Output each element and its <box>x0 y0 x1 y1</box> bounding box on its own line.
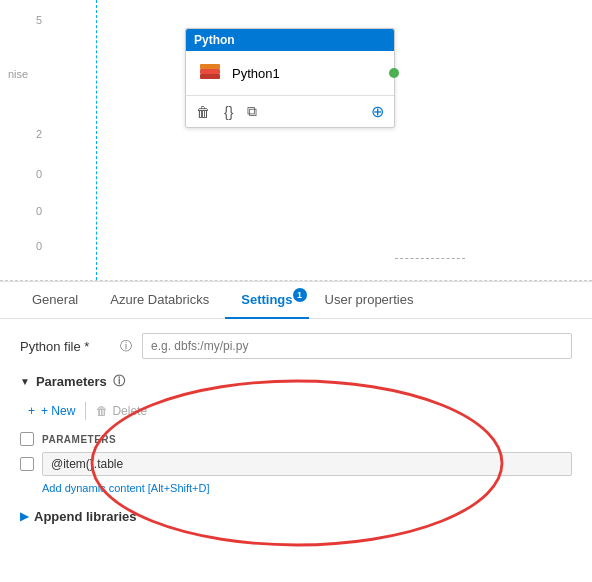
canvas-area: 5 nise 2 0 0 0 Python Python1 🗑 <box>0 0 592 280</box>
node-footer: 🗑 {} ⧉ ⊕ <box>186 95 394 127</box>
node-arrow-icon[interactable]: ⊕ <box>371 102 384 121</box>
svg-rect-2 <box>200 64 220 69</box>
append-label: Append libraries <box>34 509 137 524</box>
params-col-header: PARAMETERS <box>42 434 116 445</box>
tab-azure-databricks[interactable]: Azure Databricks <box>94 282 225 319</box>
python-node[interactable]: Python Python1 🗑 {} ⧉ ⊕ <box>185 28 395 128</box>
node-code-icon[interactable]: {} <box>224 104 233 120</box>
parameters-label: Parameters <box>36 374 107 389</box>
axis-label-5: 5 <box>36 14 42 26</box>
settings-tab-badge: 1 <box>293 288 307 302</box>
new-label: + New <box>41 404 75 418</box>
axis-label-nise: nise <box>8 68 28 80</box>
node-delete-icon[interactable]: 🗑 <box>196 104 210 120</box>
plus-icon: + <box>28 404 35 418</box>
parameters-action-bar: + + New 🗑 Delete <box>20 400 572 422</box>
params-row-checkbox[interactable] <box>20 457 34 471</box>
parameters-header: ▼ Parameters ⓘ <box>20 373 572 390</box>
vertical-dashed-line <box>96 0 97 280</box>
python-file-row: Python file * ⓘ <box>20 333 572 359</box>
tab-general[interactable]: General <box>16 282 94 319</box>
tabs-panel: General Azure Databricks Settings 1 User… <box>0 281 592 538</box>
horizontal-dashed-line <box>395 258 465 259</box>
axis-label-0a: 0 <box>36 168 42 180</box>
settings-content: Python file * ⓘ ▼ Parameters ⓘ + + New 🗑 <box>0 319 592 538</box>
params-value-input[interactable] <box>42 452 572 476</box>
append-toggle-icon[interactable]: ▶ <box>20 510 28 523</box>
svg-rect-0 <box>200 74 220 79</box>
python-file-info-icon[interactable]: ⓘ <box>120 338 132 355</box>
svg-rect-1 <box>200 69 220 74</box>
python-file-label: Python file * <box>20 339 110 354</box>
delete-icon: 🗑 <box>96 404 108 418</box>
params-row-1 <box>20 452 572 476</box>
tab-settings[interactable]: Settings 1 <box>225 282 308 319</box>
parameters-section: ▼ Parameters ⓘ + + New 🗑 Delete <box>20 373 572 495</box>
node-copy-icon[interactable]: ⧉ <box>247 103 257 120</box>
delete-label: Delete <box>112 404 147 418</box>
parameters-table: PARAMETERS Add dynamic content [Alt+Shif… <box>20 432 572 495</box>
dynamic-content-link[interactable]: Add dynamic content [Alt+Shift+D] <box>20 480 572 495</box>
parameters-toggle-icon[interactable]: ▼ <box>20 376 30 387</box>
node-output-connector[interactable] <box>389 68 399 78</box>
python-stack-icon <box>196 59 224 87</box>
tabs-row: General Azure Databricks Settings 1 User… <box>0 282 592 319</box>
axis-label-2: 2 <box>36 128 42 140</box>
params-select-all-checkbox[interactable] <box>20 432 34 446</box>
parameters-info-icon[interactable]: ⓘ <box>113 373 125 390</box>
delete-button[interactable]: 🗑 Delete <box>88 400 155 422</box>
new-button[interactable]: + + New <box>20 400 83 422</box>
node-header: Python <box>186 29 394 51</box>
python-file-input[interactable] <box>142 333 572 359</box>
action-divider <box>85 402 86 420</box>
node-name: Python1 <box>232 66 384 81</box>
dynamic-content-label[interactable]: Add dynamic content [Alt+Shift+D] <box>42 482 210 494</box>
axis-label-0c: 0 <box>36 240 42 252</box>
axis-label-0b: 0 <box>36 205 42 217</box>
append-libraries-section[interactable]: ▶ Append libraries <box>20 509 572 524</box>
tab-user-properties[interactable]: User properties <box>309 282 430 319</box>
params-header-row: PARAMETERS <box>20 432 572 446</box>
